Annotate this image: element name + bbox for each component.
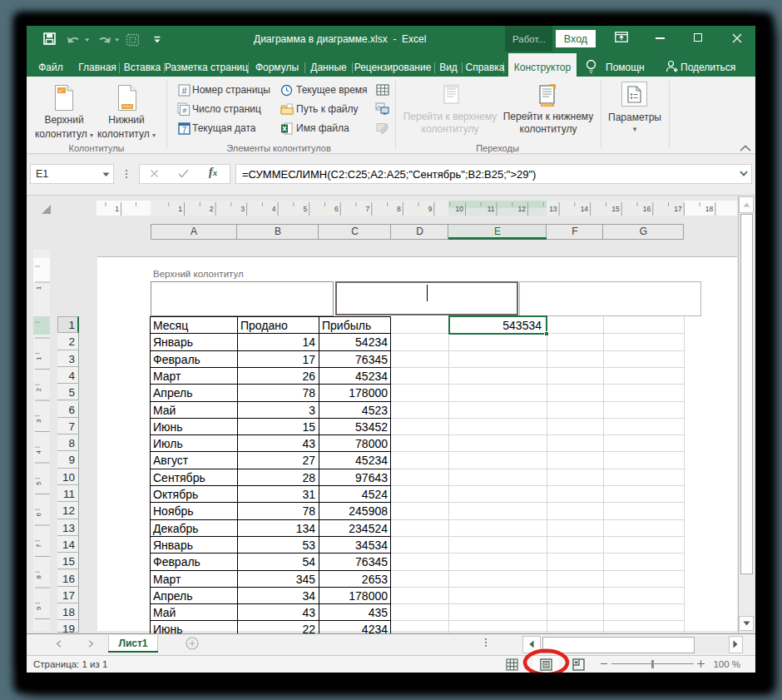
svg-text:5: 5	[303, 205, 307, 213]
svg-text:4: 4	[272, 205, 276, 213]
svg-text:5: 5	[35, 481, 42, 485]
svg-text:16: 16	[643, 205, 651, 213]
svg-text:10: 10	[456, 205, 464, 213]
svg-text:7: 7	[35, 544, 42, 548]
svg-text:11: 11	[488, 205, 495, 213]
svg-text:3: 3	[35, 419, 42, 423]
svg-text:18: 18	[705, 205, 714, 213]
svg-text:8: 8	[35, 574, 42, 578]
svg-text:14: 14	[581, 205, 589, 213]
svg-text:7: 7	[182, 126, 187, 135]
svg-text:17: 17	[674, 205, 682, 213]
svg-text:#: #	[181, 86, 187, 96]
svg-text:15: 15	[611, 205, 620, 213]
svg-text:12: 12	[518, 205, 527, 213]
svg-text:7: 7	[366, 205, 370, 213]
svg-text:4: 4	[35, 449, 42, 454]
svg-text:3: 3	[240, 205, 245, 213]
svg-text:1: 1	[178, 205, 182, 213]
svg-text:6: 6	[334, 205, 339, 213]
svg-text:1: 1	[35, 285, 42, 290]
svg-text:2: 2	[35, 387, 42, 391]
svg-text:13: 13	[549, 205, 557, 213]
svg-text:1: 1	[35, 356, 42, 360]
svg-text:1: 1	[115, 205, 119, 213]
svg-text:9: 9	[35, 606, 42, 610]
svg-text:6: 6	[35, 512, 42, 516]
svg-text:8: 8	[397, 205, 401, 213]
svg-text:2: 2	[210, 205, 214, 213]
svg-text:9: 9	[428, 205, 433, 213]
svg-text:#: #	[182, 107, 186, 115]
